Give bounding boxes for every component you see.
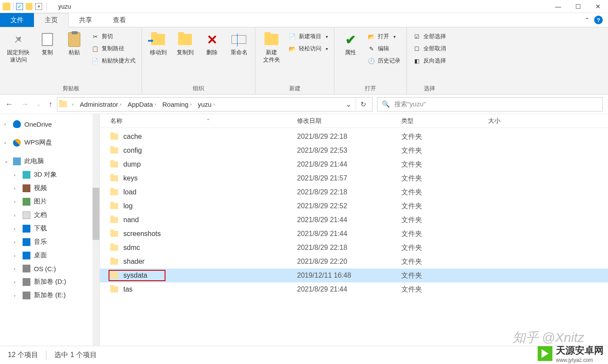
nav-label: 视频 [34,184,47,192]
nav-label: 文档 [34,211,47,219]
edit-button[interactable]: ✎编辑 [367,44,400,53]
tab-file[interactable]: 文件 [0,13,34,27]
paste-shortcut-button[interactable]: 📄粘贴快捷方式 [91,56,135,66]
nav-item[interactable]: ›视频 [0,181,99,195]
shortcut-icon: 📄 [91,57,99,65]
chevron-icon: › [14,239,19,245]
nav-item[interactable]: ›图片 [0,195,99,208]
nav-item[interactable]: ›新加卷 (E:) [0,289,99,302]
file-list[interactable]: cache2021/8/29 22:18文件夹config2021/8/29 2… [100,128,608,359]
address-bar[interactable]: › Administrator› AppData› Roaming› yuzu›… [57,97,373,111]
nav-label: OS (C:) [34,265,56,272]
copy-button[interactable]: 复制 [35,30,60,58]
nav-item[interactable]: ›3D 对象 [0,168,99,181]
breadcrumb-seg: Roaming› [160,101,195,108]
maximize-button[interactable]: ☐ [568,0,588,13]
new-item-button[interactable]: 📄新建项目▾ [288,32,328,41]
col-type[interactable]: 类型 [401,117,488,125]
pin-to-quick-access-button[interactable]: 固定到快 速访问 [3,30,33,66]
file-row[interactable]: shader2021/8/29 22:20文件夹 [100,255,608,269]
folder-icon [110,175,118,181]
file-row[interactable]: load2021/8/29 22:18文件夹 [100,185,608,199]
file-type: 文件夹 [401,285,488,294]
ribbon-group-clipboard: 固定到快 速访问 复制 粘贴 ✂剪切 📋复制路径 📄粘贴快捷方式 剪贴板 [0,27,142,94]
qat-properties-icon[interactable]: ✓ [16,3,23,10]
minimize-button[interactable]: — [548,0,568,13]
move-to-button[interactable]: ➡移动到 [145,30,171,58]
titlebar: ✓ ▾ yuzu — ☐ ✕ [0,0,608,13]
delete-button[interactable]: ✕删除 [199,30,225,58]
chevron-right-icon[interactable]: › [72,102,74,107]
copy-to-button[interactable]: 复制到 [172,30,198,58]
folder-icon [110,245,118,251]
file-row[interactable]: keys2021/8/29 21:57文件夹 [100,171,608,185]
open-button[interactable]: 📂打开▾ [367,32,400,41]
help-button[interactable]: ? [594,16,603,24]
nav-item[interactable]: ›新加卷 (D:) [0,275,99,289]
file-row[interactable]: log2021/8/29 22:52文件夹 [100,199,608,213]
scrollbar-thumb[interactable] [93,188,99,240]
divider [46,351,46,360]
chevron-right-icon[interactable]: › [120,102,122,107]
invert-selection-button[interactable]: ◧反向选择 [413,56,446,66]
file-row[interactable]: dump2021/8/29 21:44文件夹 [100,157,608,171]
file-row[interactable]: sdmc2021/8/29 22:18文件夹 [100,241,608,255]
select-all-button[interactable]: ☑全部选择 [413,32,446,41]
nav-item[interactable]: ›音乐 [0,235,99,249]
folder-icon [110,203,118,209]
refresh-button[interactable]: ↻ [356,98,370,111]
file-row[interactable]: sysdata2019/12/11 16:48文件夹 [100,269,608,282]
col-name[interactable]: 名称⌃ [110,117,297,125]
nav-item[interactable]: ⌄此电脑 [0,154,99,168]
nav-item[interactable]: ›OneDrive [0,118,99,131]
select-none-button[interactable]: ☐全部取消 [413,44,446,53]
navigation-pane[interactable]: ›OneDrive›WPS网盘⌄此电脑›3D 对象›视频›图片›文档›下载›音乐… [0,114,100,359]
new-folder-button[interactable]: 新建 文件夹 [259,30,284,66]
qat-folder-icon[interactable] [26,3,33,10]
file-row[interactable]: screenshots2021/8/29 21:44文件夹 [100,227,608,241]
tab-home[interactable]: 主页 [34,13,69,27]
file-date: 2021/8/29 22:53 [297,147,401,154]
selected-count: 选中 1 个项目 [54,351,97,360]
file-row[interactable]: nand2021/8/29 21:44文件夹 [100,213,608,227]
properties-button[interactable]: ✔属性 [338,30,363,58]
up-button[interactable]: ↑ [49,100,53,109]
search-box[interactable]: 🔍 搜索"yuzu" [377,97,603,111]
qat-separator [46,3,47,10]
nav-item[interactable]: ›下载 [0,222,99,235]
nav-item[interactable]: ›文档 [0,208,99,222]
nav-icon [23,171,30,179]
copy-path-button[interactable]: 📋复制路径 [91,44,135,53]
nav-label: 桌面 [34,251,47,259]
close-button[interactable]: ✕ [588,0,608,13]
col-date[interactable]: 修改日期 [297,117,401,125]
folder-icon [110,161,118,167]
chevron-right-icon[interactable]: › [155,102,156,107]
recent-dropdown[interactable]: ⌄ [36,101,41,107]
tab-share[interactable]: 共享 [69,13,102,27]
col-size[interactable]: 大小 [488,117,540,125]
file-name: sysdata [123,272,147,279]
nav-item[interactable]: ›桌面 [0,249,99,262]
easy-access-button[interactable]: 📂轻松访问▾ [288,44,328,53]
file-row[interactable]: cache2021/8/29 22:18文件夹 [100,130,608,144]
file-row[interactable]: config2021/8/29 22:53文件夹 [100,144,608,157]
nav-label: 下载 [34,224,47,233]
history-button[interactable]: 🕘历史记录 [367,56,400,66]
ribbon-collapse-chevron-icon[interactable]: ⌃ [585,16,590,23]
address-dropdown[interactable]: ⌄ [342,100,355,108]
forward-button[interactable]: → [21,100,29,109]
nav-item[interactable]: ›WPS网盘 [0,136,99,149]
back-button[interactable]: ← [5,100,13,109]
chevron-right-icon[interactable]: › [213,102,215,107]
file-name: tas [123,285,132,293]
cut-button[interactable]: ✂剪切 [91,32,135,41]
qat-customize-dropdown[interactable]: ▾ [35,3,42,10]
chevron-right-icon[interactable]: › [190,102,192,107]
file-row[interactable]: tas2021/8/29 21:44文件夹 [100,282,608,296]
paste-button[interactable]: 粘贴 [62,30,87,58]
rename-button[interactable]: 重命名 [226,30,251,58]
nav-item[interactable]: ›OS (C:) [0,262,99,275]
tab-view[interactable]: 查看 [102,13,136,27]
select-none-icon: ☐ [413,45,421,52]
